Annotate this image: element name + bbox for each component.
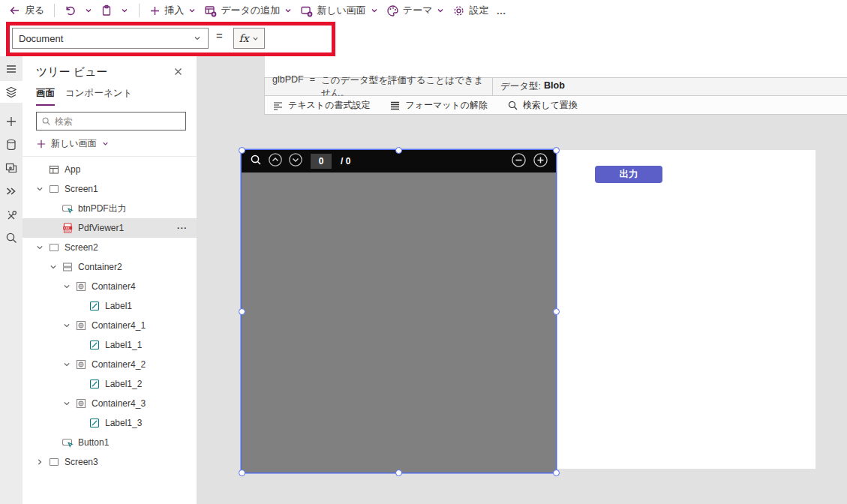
undo-dropdown-chevron[interactable]	[84, 6, 93, 15]
tree-item-Screen1[interactable]: Screen1	[23, 179, 197, 199]
gear-icon	[452, 4, 465, 17]
selection-handle[interactable]	[553, 147, 560, 154]
tree-item-Label1[interactable]: Label1	[23, 296, 197, 316]
back-button[interactable]: 戻る	[9, 4, 44, 17]
tree-item-Container2[interactable]: Container2	[23, 257, 197, 277]
item-overflow-button[interactable]: ···	[177, 224, 188, 232]
chevron-right-icon[interactable]	[33, 458, 47, 466]
left-navigation-rail	[0, 56, 23, 504]
tree-item-btnPDF出力[interactable]: btnPDF出力	[23, 199, 197, 218]
add-data-menu-button[interactable]: データの追加	[204, 4, 293, 17]
pdf-zoom-in-icon[interactable]	[533, 152, 548, 171]
tree-item-PdfViewer1[interactable]: PdfViewer1···	[23, 218, 197, 238]
selection-handle[interactable]	[239, 308, 245, 315]
chevron-down-icon[interactable]	[60, 399, 74, 408]
rail-media-icon[interactable]	[0, 157, 23, 178]
pdf-search-icon[interactable]	[249, 153, 263, 170]
chevron-down-icon	[193, 34, 202, 43]
selection-handle[interactable]	[553, 470, 560, 476]
rail-search-icon[interactable]	[0, 226, 23, 248]
back-arrow-icon	[9, 4, 21, 16]
chevron-down-icon	[284, 6, 293, 15]
find-replace-button[interactable]: 検索して置換	[507, 99, 578, 112]
tree-item-Container4_3[interactable]: Container4_3	[23, 394, 197, 413]
tree-view-title: ツリー ビュー	[36, 65, 108, 80]
chevron-down-icon[interactable]	[47, 262, 60, 272]
selection-handle[interactable]	[395, 470, 402, 476]
property-selector-dropdown[interactable]: Document	[12, 28, 209, 49]
pdf-prev-page-icon[interactable]	[268, 152, 283, 170]
label-icon	[87, 378, 102, 390]
tree-item-list: AppScreen1btnPDF出力PdfViewer1···Screen2Co…	[23, 156, 197, 472]
button-icon	[60, 436, 75, 449]
selection-handle[interactable]	[239, 470, 245, 476]
tree-search-box[interactable]	[36, 112, 186, 130]
container-auto-icon	[74, 398, 89, 410]
selection-handle[interactable]	[553, 308, 560, 315]
screen-icon	[47, 456, 62, 468]
tree-item-Label1_2[interactable]: Label1_2	[23, 374, 197, 394]
tree-item-label: Screen3	[65, 457, 98, 467]
label-icon	[87, 339, 102, 351]
tree-item-label: Container4	[92, 281, 136, 292]
toolbar-divider	[54, 4, 55, 17]
insert-menu-button[interactable]: 挿入	[149, 4, 197, 17]
tree-item-Label1_1[interactable]: Label1_1	[23, 335, 197, 355]
paste-icon	[101, 4, 113, 16]
tree-item-Container4_2[interactable]: Container4_2	[23, 355, 197, 374]
toolbar-overflow-button[interactable]: …	[496, 5, 506, 16]
chevron-down-icon[interactable]	[60, 321, 74, 330]
tree-item-Label1_3[interactable]: Label1_3	[23, 413, 197, 433]
tab-components[interactable]: コンポーネント	[65, 87, 132, 106]
remove-format-button[interactable]: フォーマットの解除	[389, 99, 488, 112]
chevron-down-icon	[188, 6, 197, 15]
new-screen-icon	[300, 4, 313, 17]
tree-item-App[interactable]: App	[23, 160, 197, 179]
new-screen-menu-button[interactable]: 新しい画面	[300, 4, 379, 17]
formula-bar: Document = fx	[0, 21, 847, 56]
new-screen-button[interactable]: 新しい画面	[23, 130, 197, 156]
close-icon[interactable]	[170, 67, 186, 79]
format-text-icon	[272, 100, 284, 111]
chevron-down-icon[interactable]	[60, 282, 74, 291]
remove-format-icon	[389, 100, 401, 111]
pdf-current-page-field[interactable]: 0	[311, 154, 332, 169]
chevron-down-icon[interactable]	[33, 243, 47, 252]
tree-item-Button1[interactable]: Button1	[23, 433, 197, 452]
tree-item-Container4_1[interactable]: Container4_1	[23, 316, 197, 335]
output-button[interactable]: 出力	[595, 166, 662, 183]
undo-button[interactable]	[65, 4, 77, 16]
selection-handle[interactable]	[239, 147, 245, 154]
rail-tree-view-icon[interactable]	[0, 81, 23, 103]
tree-item-Screen2[interactable]: Screen2	[23, 238, 197, 257]
tree-item-label: Container2	[78, 262, 122, 272]
pdf-zoom-out-icon[interactable]	[511, 152, 527, 171]
paste-button[interactable]	[101, 4, 113, 16]
tree-item-label: Container4_3	[92, 398, 146, 409]
rail-power-automate-icon[interactable]	[0, 180, 23, 202]
add-data-icon	[204, 4, 217, 17]
tab-screens[interactable]: 画面	[36, 87, 55, 106]
selection-handle[interactable]	[395, 147, 402, 154]
rail-insert-plus-icon[interactable]	[0, 110, 23, 132]
tree-item-Screen3[interactable]: Screen3	[23, 452, 197, 472]
rail-hamburger-icon[interactable]	[0, 58, 23, 80]
format-text-button[interactable]: テキストの書式設定	[272, 99, 370, 112]
settings-button[interactable]: 設定	[452, 4, 488, 17]
label-icon	[87, 300, 102, 312]
rail-data-icon[interactable]	[0, 134, 23, 155]
tree-item-Container4[interactable]: Container4	[23, 277, 197, 296]
tree-search-input[interactable]	[55, 116, 181, 127]
rail-advanced-tools-icon[interactable]	[0, 203, 23, 225]
chevron-down-icon[interactable]	[60, 360, 74, 369]
tree-item-label: Button1	[78, 437, 109, 448]
chevron-down-icon[interactable]	[33, 184, 47, 194]
tree-item-label: Container4_1	[92, 320, 146, 331]
data-type-value: Blob	[544, 80, 565, 93]
pdf-viewer-control[interactable]: 0 / 0	[242, 150, 556, 472]
pdf-next-page-icon[interactable]	[288, 152, 303, 170]
fx-dropdown-button[interactable]: fx	[233, 28, 265, 49]
theme-menu-button[interactable]: テーマ	[386, 4, 446, 17]
data-type-label: データ型:	[500, 80, 541, 93]
paste-dropdown-chevron[interactable]	[120, 6, 129, 15]
